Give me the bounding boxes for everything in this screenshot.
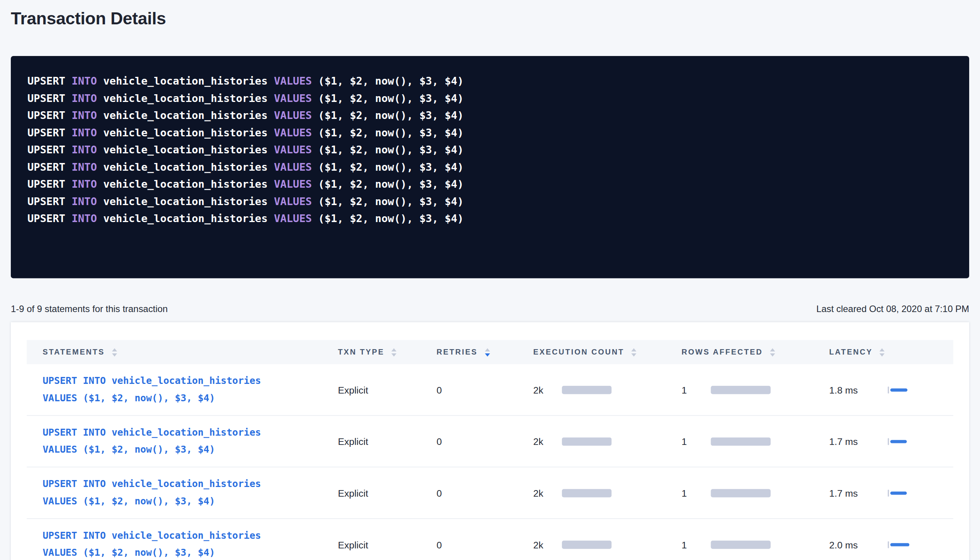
latency-value: 1.7 ms [829, 487, 888, 498]
sort-down-icon[interactable] [485, 353, 490, 356]
sql-keyword: VALUES [274, 92, 312, 104]
sql-statement-line: UPSERT INTO vehicle_location_histories V… [27, 210, 953, 227]
sql-table-name: vehicle_location_histories [103, 195, 267, 207]
sql-keyword: VALUES [274, 110, 312, 122]
transaction-details-page: Transaction Details UPSERT INTO vehicle_… [0, 0, 980, 560]
latency-cell: 1.7 ms [829, 487, 953, 498]
sql-keyword: INTO [72, 92, 97, 104]
sort-up-icon[interactable] [631, 348, 636, 351]
sort-arrows-icon[interactable] [880, 348, 885, 356]
execution-count-bar [562, 385, 612, 394]
sql-table-name: vehicle_location_histories [103, 213, 267, 225]
sql-statement-line: UPSERT INTO vehicle_location_histories V… [27, 107, 953, 124]
column-header-label: TXN TYPE [338, 348, 384, 356]
rows-affected-bar [711, 385, 771, 394]
sort-down-icon[interactable] [112, 353, 117, 356]
latency-bar-tick [888, 489, 889, 496]
column-header[interactable]: STATEMENTS [27, 348, 338, 356]
sort-up-icon[interactable] [770, 348, 775, 351]
statement-link[interactable]: UPSERT INTO vehicle_location_histories V… [42, 424, 261, 458]
sort-up-icon[interactable] [112, 348, 117, 351]
latency-value: 1.8 ms [829, 384, 888, 395]
latency-bar-fill [890, 388, 908, 391]
latency-bar [888, 438, 907, 445]
latency-bar [888, 386, 907, 393]
column-header[interactable]: TXN TYPE [338, 348, 437, 356]
sort-down-icon[interactable] [631, 353, 636, 356]
table-row: UPSERT INTO vehicle_location_histories V… [27, 364, 953, 416]
sort-up-icon[interactable] [880, 348, 885, 351]
sql-keyword: INTO [72, 127, 97, 139]
sql-keyword: VALUES [274, 75, 312, 87]
execution-count-value: 2k [533, 436, 562, 447]
statement-link[interactable]: UPSERT INTO vehicle_location_histories V… [42, 372, 261, 407]
retries-cell: 0 [437, 539, 533, 550]
sort-arrows-icon[interactable] [391, 348, 396, 356]
latency-bar-tick [888, 438, 889, 445]
sort-down-icon[interactable] [770, 353, 775, 356]
execution-count-bar [562, 489, 612, 497]
sql-keyword: VALUES [274, 127, 312, 139]
sql-keyword: UPSERT [27, 92, 65, 104]
table-row: UPSERT INTO vehicle_location_histories V… [27, 519, 953, 560]
latency-bar-fill [890, 543, 909, 546]
sort-arrows-icon[interactable] [631, 348, 636, 356]
statement-link-line1: UPSERT INTO vehicle_location_histories [42, 372, 261, 390]
execution-count-value: 2k [533, 539, 562, 550]
column-header[interactable]: LATENCY [829, 348, 953, 356]
summary-row: 1-9 of 9 statements for this transaction… [11, 304, 969, 314]
sql-keyword: INTO [72, 178, 97, 190]
execution-count-cell: 2k [533, 436, 682, 447]
sql-keyword: UPSERT [27, 110, 65, 122]
sort-arrows-icon[interactable] [485, 348, 490, 356]
rows-affected-value: 1 [682, 539, 711, 550]
column-header-label: LATENCY [829, 348, 873, 356]
statement-cell: UPSERT INTO vehicle_location_histories V… [27, 527, 338, 560]
sql-keyword: UPSERT [27, 144, 65, 156]
rows-affected-bar [711, 540, 771, 548]
sql-keyword: UPSERT [27, 75, 65, 87]
sql-keyword: INTO [72, 161, 97, 173]
execution-count-cell: 2k [533, 539, 682, 550]
column-header[interactable]: ROWS AFFECTED [682, 348, 829, 356]
statement-link[interactable]: UPSERT INTO vehicle_location_histories V… [42, 476, 261, 510]
sort-up-icon[interactable] [485, 348, 490, 351]
sql-keyword: INTO [72, 110, 97, 122]
statement-link-line2: VALUES ($1, $2, now(), $3, $4) [42, 441, 261, 459]
execution-count-value: 2k [533, 487, 562, 498]
latency-value: 1.7 ms [829, 436, 888, 447]
rows-affected-bar [711, 489, 771, 497]
statement-link[interactable]: UPSERT INTO vehicle_location_histories V… [42, 527, 261, 560]
column-header[interactable]: RETRIES [437, 348, 533, 356]
latency-bar-tick [888, 386, 889, 393]
sql-table-name: vehicle_location_histories [103, 144, 267, 156]
txn-type-cell: Explicit [338, 539, 437, 550]
sql-table-name: vehicle_location_histories [103, 161, 267, 173]
sort-down-icon[interactable] [880, 353, 885, 356]
column-header-label: ROWS AFFECTED [682, 348, 763, 356]
table-row: UPSERT INTO vehicle_location_histories V… [27, 467, 953, 519]
sort-up-icon[interactable] [391, 348, 396, 351]
statements-table-card: STATEMENTS TXN TYPE RETRIES EXECUTION CO… [11, 322, 969, 560]
sql-keyword: VALUES [274, 161, 312, 173]
latency-bar-fill [890, 440, 907, 443]
sql-args: ($1, $2, now(), $3, $4) [318, 178, 464, 190]
column-header[interactable]: EXECUTION COUNT [533, 348, 682, 356]
sql-table-name: vehicle_location_histories [103, 110, 267, 122]
column-header-label: RETRIES [437, 348, 478, 356]
sql-table-name: vehicle_location_histories [103, 127, 267, 139]
sql-keyword: INTO [72, 144, 97, 156]
latency-cell: 1.7 ms [829, 436, 953, 447]
sort-arrows-icon[interactable] [112, 348, 117, 356]
sql-keyword: INTO [72, 213, 97, 225]
latency-bar-tick [888, 541, 889, 548]
sql-keyword: UPSERT [27, 213, 65, 225]
sql-keyword: VALUES [274, 178, 312, 190]
rows-affected-value: 1 [682, 436, 711, 447]
statement-link-line1: UPSERT INTO vehicle_location_histories [42, 476, 261, 493]
sql-keyword: INTO [72, 75, 97, 87]
sql-statement-line: UPSERT INTO vehicle_location_histories V… [27, 124, 953, 141]
latency-value: 2.0 ms [829, 539, 888, 550]
sort-arrows-icon[interactable] [770, 348, 775, 356]
sort-down-icon[interactable] [391, 353, 396, 356]
